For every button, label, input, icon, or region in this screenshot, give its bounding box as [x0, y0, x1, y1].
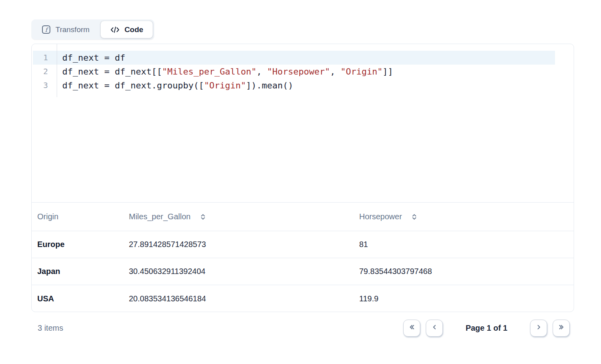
table-row: Europe 27.891428571428573 81 — [32, 231, 574, 258]
first-page-icon — [408, 324, 415, 332]
page-indicator: Page 1 of 1 — [465, 324, 507, 333]
column-header-label: Origin — [37, 212, 58, 221]
line-number: 1 — [33, 51, 48, 65]
function-icon: f — [42, 25, 51, 34]
last-page-icon — [558, 324, 565, 332]
code-token: df_next = df_next.groupby([ — [62, 80, 204, 90]
cell-horsepower: 81 — [359, 240, 574, 249]
code-token: , — [256, 67, 267, 77]
column-header-origin: Origin — [37, 212, 129, 221]
first-page-button[interactable] — [403, 320, 420, 337]
code-and-results-panel: 1 df_next = df 2 df_next = df_next[["Mil… — [31, 44, 574, 312]
code-token: ]] — [383, 67, 393, 77]
line-number: 2 — [33, 65, 48, 79]
cell-miles-per-gallon: 20.083534136546184 — [129, 294, 359, 303]
column-header-label: Horsepower — [359, 212, 402, 221]
column-header-label: Miles_per_Gallon — [129, 212, 191, 221]
code-token: df_next = df_next[[ — [62, 67, 162, 77]
cell-miles-per-gallon: 30.450632911392404 — [129, 267, 359, 276]
cell-origin: Japan — [37, 267, 129, 276]
code-token: , — [330, 67, 341, 77]
code-editor[interactable]: 1 df_next = df 2 df_next = df_next[["Mil… — [32, 44, 574, 203]
code-token-string: "Origin" — [341, 67, 383, 77]
next-page-button[interactable] — [530, 320, 547, 337]
tab-code-label: Code — [124, 25, 144, 34]
table-row: USA 20.083534136546184 119.9 — [32, 285, 574, 312]
items-count: 3 items — [38, 324, 63, 333]
code-text: df_next = df_next.groupby(["Origin"]).me… — [48, 79, 293, 92]
tab-transform-label: Transform — [56, 25, 90, 34]
column-header-horsepower[interactable]: Horsepower — [359, 212, 574, 221]
cell-origin: USA — [37, 294, 129, 303]
sort-icon[interactable] — [199, 213, 207, 220]
code-token: ]).mean() — [246, 80, 293, 90]
code-editor-content: 1 df_next = df 2 df_next = df_next[["Mil… — [33, 44, 574, 97]
tab-transform[interactable]: f Transform — [31, 21, 99, 38]
cell-miles-per-gallon: 27.891428571428573 — [129, 240, 359, 249]
column-header-miles-per-gallon[interactable]: Miles_per_Gallon — [129, 212, 359, 221]
code-token-string: "Miles_per_Gallon" — [162, 67, 256, 77]
code-line-3[interactable]: 3 df_next = df_next.groupby(["Origin"]).… — [33, 79, 555, 92]
svg-text:f: f — [45, 27, 49, 33]
next-page-icon — [535, 324, 542, 332]
code-token: df_next = df — [62, 53, 125, 63]
table-row: Japan 30.450632911392404 79.835443037974… — [32, 258, 574, 285]
code-icon — [110, 26, 120, 33]
view-tabbar: f Transform Code — [31, 19, 154, 40]
code-line-1[interactable]: 1 df_next = df — [33, 51, 555, 65]
line-number: 3 — [33, 79, 48, 92]
gutter-divider — [57, 44, 57, 97]
cell-origin: Europe — [37, 240, 129, 249]
cell-horsepower: 79.83544303797468 — [359, 267, 574, 276]
cell-horsepower: 119.9 — [359, 294, 574, 303]
code-token-string: "Origin" — [204, 80, 246, 90]
code-line-2[interactable]: 2 df_next = df_next[["Miles_per_Gallon",… — [33, 65, 555, 79]
code-token-string: "Horsepower" — [267, 67, 330, 77]
code-text: df_next = df_next[["Miles_per_Gallon", "… — [48, 65, 393, 79]
sort-icon[interactable] — [411, 213, 418, 220]
table-header-row: Origin Miles_per_Gallon Horsepower — [32, 203, 574, 231]
tab-code[interactable]: Code — [101, 21, 153, 38]
previous-page-button[interactable] — [426, 320, 443, 337]
code-text: df_next = df — [48, 51, 125, 65]
previous-page-icon — [431, 324, 438, 332]
last-page-button[interactable] — [553, 320, 570, 337]
table-footer: 3 items Page 1 of 1 — [31, 312, 574, 344]
pagination: Page 1 of 1 — [403, 320, 570, 337]
